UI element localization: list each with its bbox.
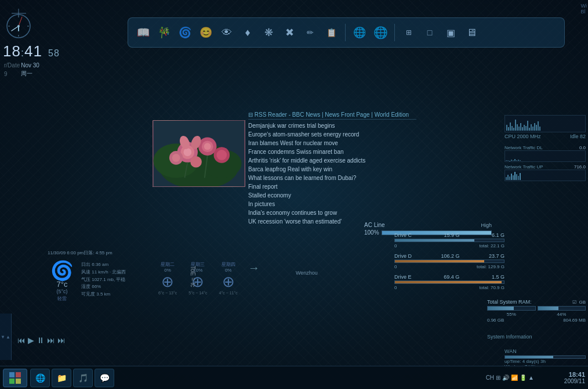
rss-item-5[interactable]: Barca leapfrog Real with key win — [248, 165, 416, 174]
ram-pct2: 44% — [538, 312, 586, 317]
weather-details: 日出 6:36 am 风速 11 km/h · 北偏西 气压 1027.1 mb… — [81, 261, 151, 298]
rss-items: Demjanjuk war crimes trial begins Europe… — [248, 121, 416, 226]
toolbar-separator-2 — [394, 24, 395, 41]
svg-point-24 — [216, 150, 227, 160]
rss-image — [153, 120, 245, 187]
ram-val1: 0.96 GB — [487, 318, 504, 323]
taskbar-btn-media[interactable]: 🎵 — [73, 369, 93, 387]
toolbar-icon-5[interactable]: 👁 — [217, 23, 236, 42]
taskbar-btn-ie[interactable]: 🌐 — [30, 369, 50, 387]
forecast-day-2: 星期四 0% ⊕ 4°c ~ 11°c — [219, 261, 238, 295]
toolbar-icon-globe2[interactable]: 🌐 — [371, 23, 390, 42]
systray-volume[interactable]: 🔊 — [502, 374, 509, 381]
toolbar-icon-3[interactable]: 🌀 — [176, 23, 194, 42]
ram-val2: 804.69 MB — [563, 318, 586, 323]
toolbar-icon-monitor1[interactable]: □ — [420, 23, 439, 42]
svg-point-20 — [204, 143, 211, 150]
scroll-widget[interactable]: ▲▼ — [0, 314, 12, 360]
ram-gb-toggle[interactable]: ☑GB — [572, 300, 586, 305]
ram-widget: Total System RAM: ☑GB 55% 44% 0.96 GB 80… — [487, 299, 586, 323]
network-dl: Network Traffic DL 0.0 — [504, 145, 586, 162]
media-skip[interactable]: ⏭ — [57, 336, 66, 345]
taskbar: 🌐 📁 🎵 💬 CH ⊞ 🔊 📶 🔋 ▲ 18:41 2009/11 — [0, 366, 588, 389]
taskbar-clock: 18:41 2009/11 — [539, 371, 585, 384]
rss-item-2[interactable]: Iran blames West for nuclear move — [248, 139, 416, 147]
rss-item-4[interactable]: Arthritis 'risk' for middle aged exercis… — [248, 156, 416, 165]
rss-item-9[interactable]: In pictures — [248, 200, 416, 208]
media-controls: ⏮ ▶ ⏸ ⏭ ⏭ — [17, 336, 66, 345]
power-high: High — [481, 222, 492, 228]
weather-feel: (5°c) — [56, 289, 67, 294]
power-percent: 100% — [364, 229, 379, 236]
drives-widget: Drive C 15.9 G 6.1 G 0 total: 22.1 G Dri… — [394, 232, 504, 295]
toolbar-icon-2[interactable]: 🎋 — [155, 23, 173, 42]
drive-c-bar — [394, 239, 504, 242]
network-dl-graph — [504, 150, 586, 162]
toolbar-separator-1 — [345, 24, 346, 41]
systray-grid[interactable]: ⊞ — [496, 374, 500, 381]
toolbar-icon-x[interactable]: ✖ — [280, 23, 299, 42]
toolbar-icon-globe1[interactable]: 🌐 — [350, 23, 369, 42]
systray-ch[interactable]: CH — [486, 374, 494, 381]
wan-label: WAN — [504, 348, 517, 354]
weather-icon-main: 🌀 — [50, 261, 74, 280]
toolbar-icon-book[interactable]: 📖 — [134, 23, 153, 42]
svg-point-22 — [172, 154, 180, 162]
toe-text: ToE = Ic — [175, 253, 210, 300]
rss-item-7[interactable]: Final report — [248, 182, 416, 191]
taskbar-btn-folder[interactable]: 📁 — [52, 369, 71, 387]
cpu-graph — [504, 115, 586, 132]
weather-temp: 7°c — [57, 280, 68, 289]
systray-arrow[interactable]: ▲ — [528, 374, 534, 381]
city-label: Wenzhou — [296, 270, 318, 276]
media-pause[interactable]: ⏸ — [37, 336, 45, 345]
network-ul: Network Traffic UP 716.0 — [504, 164, 586, 181]
svg-point-17 — [183, 148, 191, 156]
drive-c: Drive C 15.9 G 6.1 G 0 total: 22.1 G — [394, 232, 504, 248]
taskbar-date: 2009/11 — [539, 378, 585, 384]
sys-info-label: System Information — [487, 334, 532, 340]
toolbar-icon-clipboard[interactable]: 📋 — [322, 23, 340, 42]
toolbar: 📖 🎋 🌀 😊 👁 ♦ ❋ ✖ ✏ 📋 🌐 🌐 ⊞ □ ▣ 🖥 — [128, 17, 565, 48]
toolbar-icon-monitor3[interactable]: 🖥 — [462, 23, 481, 42]
wan-widget: WAN — [504, 348, 586, 359]
svg-rect-33 — [16, 379, 21, 384]
svg-point-25 — [190, 156, 202, 168]
windows-logo-icon — [8, 371, 22, 385]
rss-widget: ⊟ RSS Reader - BBC News | News Front Pag… — [248, 111, 416, 226]
cpu-widget: CPU 2000 MHz Idle 82 — [504, 115, 586, 139]
svg-line-9 — [19, 17, 22, 26]
rss-item-6[interactable]: What lessons can be learned from Dubai? — [248, 174, 416, 182]
media-next[interactable]: ⏭ — [47, 336, 55, 345]
toolbar-icon-6[interactable]: ♦ — [238, 23, 257, 42]
power-label: AC Line — [364, 222, 385, 228]
svg-line-8 — [12, 26, 19, 31]
taskbar-btn-chat[interactable]: 💬 — [95, 369, 114, 387]
systray-network[interactable]: 📶 — [511, 374, 518, 381]
rss-item-3[interactable]: France condemns Swiss minaret ban — [248, 147, 416, 156]
toolbar-icon-grid[interactable]: ⊞ — [400, 23, 418, 42]
rss-item-1[interactable]: Europe's atom-smasher sets energy record — [248, 130, 416, 139]
systray: CH ⊞ 🔊 📶 🔋 ▲ — [486, 374, 534, 381]
window-title-right: Wi Bl — [581, 3, 587, 15]
drive-e-bar — [394, 280, 504, 284]
weather-label: 轻雷 — [57, 296, 67, 302]
rss-item-0[interactable]: Demjanjuk war crimes trial begins — [248, 121, 416, 130]
toolbar-icon-7[interactable]: ❋ — [259, 23, 278, 42]
rss-item-10[interactable]: India's economy continues to grow — [248, 208, 416, 217]
ram-label: Total System RAM: — [487, 299, 532, 305]
ram-bar-1 — [487, 306, 536, 311]
svg-rect-31 — [16, 372, 21, 377]
weather-datetime: 11/30/09 6:00 pm日落: 4:55 pm — [48, 250, 112, 256]
toolbar-icon-edit[interactable]: ✏ — [301, 23, 320, 42]
media-play[interactable]: ▶ — [28, 336, 34, 345]
toolbar-icon-monitor2[interactable]: ▣ — [441, 23, 460, 42]
rss-item-8[interactable]: Stalled economy — [248, 191, 416, 200]
systray-battery[interactable]: 🔋 — [520, 374, 527, 381]
taskbar-time: 18:41 — [539, 371, 585, 378]
start-button[interactable] — [3, 369, 27, 387]
media-prev[interactable]: ⏮ — [17, 336, 26, 345]
analog-clock — [3, 9, 35, 41]
drive-e: Drive E 69.4 G 1.5 G 0 total: 70.9 G — [394, 274, 504, 290]
toolbar-icon-4[interactable]: 😊 — [197, 23, 215, 42]
